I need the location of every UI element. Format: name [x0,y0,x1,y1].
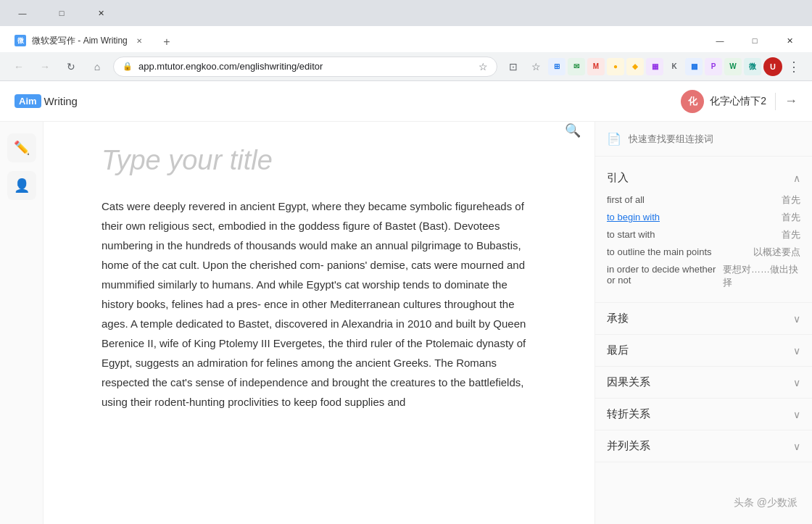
browser-menu-button[interactable]: ⋮ [784,56,803,78]
ext-diamond[interactable]: ◆ [626,58,644,75]
ext-purple2[interactable]: P [705,58,722,75]
pencil-tool-button[interactable]: ✏️ [7,133,36,162]
refresh-button[interactable]: ↻ [61,57,81,77]
section-zuihou-header[interactable]: 最后 ∨ [595,335,812,366]
phrase-zh-1: 首先 [782,194,800,207]
phrase-en-1: first of all [607,194,645,205]
search-icon[interactable]: 🔍 [558,122,587,145]
editor-area[interactable]: Type your title Cats were deeply revered… [44,122,594,524]
app-logo: Aim Writing [14,94,78,108]
panel-search-input[interactable] [629,133,800,144]
phrase-row: in order to decide whether or not 要想对……做… [607,263,800,289]
right-panel: 📄 引入 ∧ first of all 首先 [594,122,812,524]
tab-favicon: 微 [14,35,26,46]
star-icon[interactable]: ☆ [526,57,546,77]
cast-icon[interactable]: ⊡ [503,57,523,77]
panel-sections: 引入 ∧ first of all 首先 to begin with 首先 [595,157,812,524]
active-tab[interactable]: 微 微软爱写作 - Aim Writing ✕ [6,29,154,52]
person-icon: 👤 [14,178,30,194]
section-intro-content: first of all 首先 to begin with 首先 to star… [595,194,812,302]
section-binglie-arrow: ∨ [793,441,800,452]
editor-search-button[interactable]: 🔍 [544,122,587,145]
section-binglie-header[interactable]: 并列关系 ∨ [595,431,812,462]
left-sidebar: ✏️ 👤 [0,122,44,524]
app-header: Aim Writing 化 化字心情下2 → [0,81,812,122]
phrase-zh-5: 要想对……做出抉择 [723,263,800,289]
logout-button[interactable]: → [784,93,798,109]
phrase-zh-3: 首先 [782,228,800,241]
section-cheng-title: 承接 [607,312,629,325]
section-intro-title: 引入 [607,171,629,185]
phrase-zh-4: 以概述要点 [753,246,800,259]
window-minimize-btn[interactable]: — [703,29,737,52]
phrase-row: to start with 首先 [607,228,800,241]
window-controls: — □ ✕ [703,29,806,52]
back-button[interactable]: ← [9,57,29,77]
panel-search-bar: 📄 [595,122,812,157]
section-zuihou-arrow: ∨ [793,345,800,357]
section-cheng-arrow: ∨ [793,313,800,325]
user-avatar[interactable]: 化 [681,90,704,113]
section-zhuanzhe-header[interactable]: 转折关系 ∨ [595,399,812,430]
window-controls-left: — □ ✕ [6,1,117,25]
ext-blue2[interactable]: W [724,58,742,75]
section-intro-arrow: ∧ [793,172,800,184]
home-button[interactable]: ⌂ [87,57,107,77]
ext-grid[interactable]: ⊞ [548,58,566,75]
pencil-icon: ✏️ [14,140,30,156]
close-button[interactable]: ✕ [84,1,117,25]
window-close-btn[interactable]: ✕ [773,29,806,52]
tab-close-button[interactable]: ✕ [133,35,145,46]
title-bar: — □ ✕ [0,0,812,26]
phrase-zh-2: 首先 [782,211,800,224]
editor-title[interactable]: Type your title [102,145,536,176]
window-restore-btn[interactable]: □ [738,29,771,52]
new-tab-button[interactable]: + [157,32,177,52]
section-yinguo: 因果关系 ∨ [595,367,812,399]
lock-icon: 🔒 [123,62,133,71]
tab-title: 微软爱写作 - Aim Writing [32,35,128,47]
phrase-en-4: to outline the main points [607,246,712,257]
browser-user-avatar[interactable]: U [763,57,782,76]
ext-purple[interactable]: ▦ [646,58,663,75]
section-yinguo-title: 因果关系 [607,375,650,389]
section-binglie: 并列关系 ∨ [595,431,812,462]
app-container: Aim Writing 化 化字心情下2 → ✏️ 👤 Type your ti… [0,81,812,524]
panel-doc-icon: 📄 [607,132,621,146]
section-cheng-header[interactable]: 承接 ∨ [595,303,812,334]
ext-circle[interactable]: ● [607,58,624,75]
ext-teal[interactable]: 微 [744,58,761,75]
header-right: 化 化字心情下2 → [681,90,798,113]
phrase-en-2[interactable]: to begin with [607,212,660,223]
ext-red[interactable]: M [587,58,605,75]
phrase-en-5: in order to decide whether or not [607,264,723,286]
section-zhuanzhe: 转折关系 ∨ [595,399,812,431]
restore-button[interactable]: □ [45,1,78,25]
section-intro: 引入 ∧ first of all 首先 to begin with 首先 [595,162,812,303]
section-cheng: 承接 ∨ [595,303,812,335]
minimize-button[interactable]: — [6,1,39,25]
user-name-label: 化字心情下2 [710,95,766,108]
forward-button[interactable]: → [35,57,55,77]
address-bar: ← → ↻ ⌂ 🔒 app.mtutor.engkoo.com/englishw… [0,52,812,81]
bookmark-icon[interactable]: ☆ [478,61,488,72]
ext-qr[interactable]: ▩ [685,58,703,75]
section-yinguo-header[interactable]: 因果关系 ∨ [595,367,812,398]
section-zhuanzhe-arrow: ∨ [793,409,800,420]
ext-k[interactable]: K [666,58,683,75]
user-info: 化 化字心情下2 [681,90,766,113]
editor-body[interactable]: Cats were deeply revered in ancient Egyp… [102,196,536,412]
section-intro-header[interactable]: 引入 ∧ [595,162,812,194]
section-binglie-title: 并列关系 [607,439,650,453]
ext-green[interactable]: ✉ [568,58,585,75]
logo-aim: Aim [14,94,41,108]
section-zuihou: 最后 ∨ [595,335,812,367]
url-bar[interactable]: 🔒 app.mtutor.engkoo.com/englishwriting/e… [113,57,497,77]
extension-icons: ⊡ ☆ ⊞ ✉ M ● ◆ ▦ K ▩ P W 微 U ⋮ [503,56,803,78]
phrase-row: first of all 首先 [607,194,800,207]
header-divider [775,93,776,110]
main-content: ✏️ 👤 Type your title Cats were deeply re… [0,122,812,524]
person-tool-button[interactable]: 👤 [7,171,36,200]
logo-writing: Writing [44,95,78,107]
url-text: app.mtutor.engkoo.com/englishwriting/edi… [138,61,473,72]
